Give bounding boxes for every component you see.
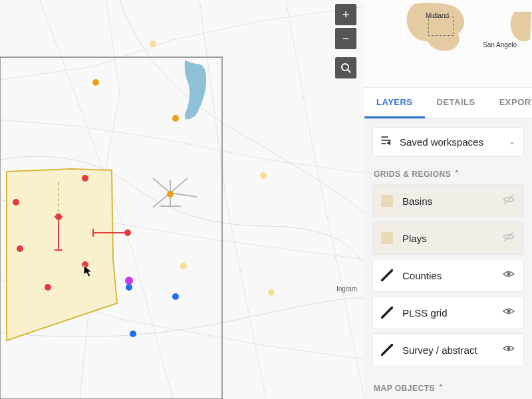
eye-icon[interactable]: [502, 342, 515, 358]
layer-label: Plays: [402, 233, 502, 244]
svg-point-19: [82, 261, 88, 268]
zoom-out-button[interactable]: −: [335, 28, 356, 49]
mini-map-label-midland: Midland: [426, 12, 449, 19]
mini-map[interactable]: Midland San Angelo: [364, 0, 532, 88]
layer-label: PLSS grid: [402, 307, 502, 319]
eye-off-icon[interactable]: [502, 230, 515, 246]
chevron-down-icon: ⌄: [509, 137, 515, 146]
layer-item[interactable]: Survey / abstract: [372, 333, 524, 366]
layer-list: BasinsPlaysCountiesPLSS gridSurvey / abs…: [364, 184, 532, 366]
eye-off-icon[interactable]: [502, 193, 515, 209]
chevron-up-icon: ˄: [455, 170, 460, 179]
svg-point-20: [45, 284, 51, 291]
svg-point-30: [126, 284, 132, 291]
layer-item[interactable]: PLSS grid: [372, 296, 524, 329]
layer-swatch: [381, 269, 393, 281]
workspaces-icon: [381, 136, 392, 148]
svg-line-41: [504, 232, 513, 241]
minus-icon: −: [342, 32, 350, 46]
tab-layers[interactable]: LAYERS: [364, 88, 425, 118]
mini-map-label-san-angelo: San Angelo: [483, 41, 517, 49]
svg-point-28: [172, 293, 179, 300]
svg-point-17: [17, 245, 23, 252]
layer-label: Basins: [402, 196, 502, 207]
svg-point-23: [167, 191, 174, 198]
layer-item[interactable]: Counties: [372, 259, 524, 292]
plus-icon: +: [342, 8, 350, 22]
eye-icon[interactable]: [502, 267, 515, 283]
saved-workspaces-label: Saved workspaces: [400, 136, 509, 148]
svg-rect-36: [402, 4, 405, 41]
svg-point-14: [13, 199, 19, 205]
saved-workspaces-dropdown[interactable]: Saved workspaces ⌄: [372, 127, 524, 156]
layer-label: Counties: [402, 270, 502, 281]
tab-export[interactable]: EXPORT: [487, 88, 532, 118]
layer-swatch: [381, 344, 393, 356]
layer-swatch: [381, 307, 393, 319]
svg-point-25: [260, 172, 267, 179]
layer-label: Survey / abstract: [402, 344, 502, 356]
svg-point-24: [150, 41, 156, 47]
svg-point-26: [180, 263, 187, 269]
map-search-button[interactable]: [335, 57, 356, 78]
zoom-controls: + −: [335, 4, 356, 78]
svg-point-18: [124, 229, 131, 236]
sidebar: LAYERS DETAILS EXPORT Saved workspaces ⌄…: [364, 88, 532, 399]
svg-point-31: [125, 277, 133, 285]
svg-point-43: [507, 310, 511, 313]
zoom-in-button[interactable]: +: [335, 4, 356, 25]
svg-line-33: [348, 70, 350, 72]
search-icon: [340, 63, 351, 73]
svg-point-42: [507, 273, 511, 276]
map-canvas[interactable]: Ingram: [0, 0, 364, 399]
svg-point-29: [130, 331, 136, 337]
chevron-up-icon: ˄: [439, 384, 444, 393]
layer-swatch: [381, 195, 393, 207]
tab-details[interactable]: DETAILS: [425, 88, 487, 118]
svg-point-32: [342, 64, 348, 70]
svg-point-21: [92, 79, 99, 86]
layer-item[interactable]: Basins: [372, 184, 524, 217]
svg-point-15: [82, 175, 88, 182]
section-grids-regions[interactable]: GRIDS & REGIONS ˄: [364, 162, 532, 184]
section-map-objects[interactable]: MAP OBJECTS ˄: [364, 376, 532, 398]
svg-point-16: [55, 213, 62, 220]
svg-line-40: [504, 195, 513, 204]
svg-point-27: [268, 289, 275, 296]
svg-point-44: [507, 347, 511, 350]
svg-point-22: [172, 115, 179, 122]
sidebar-tabs: LAYERS DETAILS EXPORT: [364, 88, 532, 119]
map-label-ingram: Ingram: [336, 285, 357, 293]
eye-icon[interactable]: [502, 305, 515, 321]
layer-swatch: [381, 232, 393, 244]
layer-item[interactable]: Plays: [372, 221, 524, 255]
